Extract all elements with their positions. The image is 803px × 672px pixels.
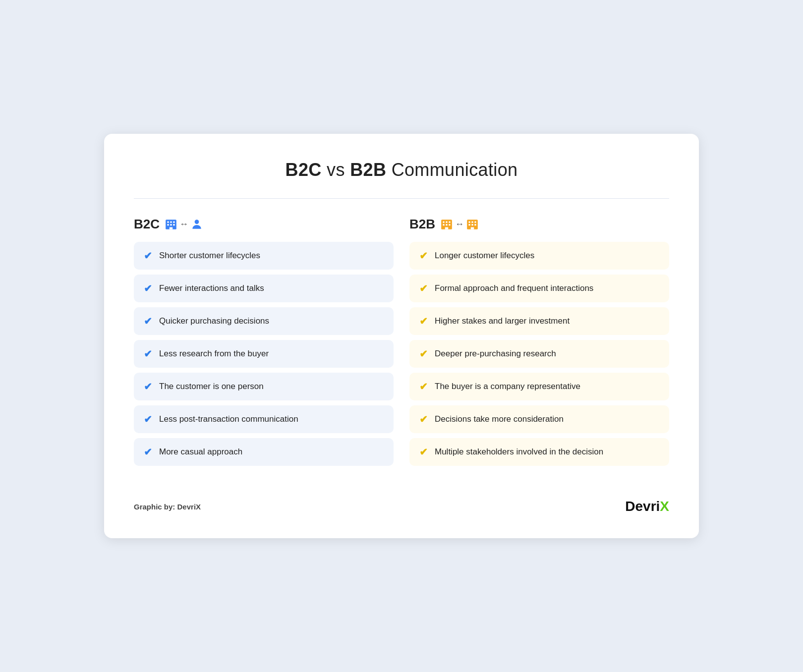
svg-rect-15 bbox=[449, 224, 450, 225]
svg-rect-14 bbox=[446, 224, 447, 225]
main-card: B2C vs B2B Communication B2C bbox=[104, 134, 699, 538]
b2c-label: B2C bbox=[134, 217, 160, 232]
list-item: ✔ Fewer interactions and talks bbox=[134, 275, 394, 302]
checkmark-icon: ✔ bbox=[144, 282, 152, 294]
b2c-arrow-icon: ↔ bbox=[179, 219, 188, 229]
logo-devri-text: Devri bbox=[625, 499, 660, 514]
checkmark-icon: ✔ bbox=[419, 315, 428, 327]
checkmark-icon: ✔ bbox=[144, 381, 152, 392]
svg-rect-10 bbox=[443, 221, 444, 223]
list-item: ✔ The buyer is a company representative bbox=[409, 373, 669, 400]
logo-x-text: X bbox=[660, 499, 669, 514]
list-item: ✔ Multiple stakeholders involved in the … bbox=[409, 438, 669, 466]
svg-rect-6 bbox=[173, 224, 174, 225]
svg-rect-23 bbox=[474, 224, 476, 225]
svg-rect-16 bbox=[445, 227, 449, 229]
svg-rect-20 bbox=[474, 221, 476, 223]
b2b-item-text: Deeper pre-purchasing research bbox=[435, 349, 556, 359]
b2c-item-text: The customer is one person bbox=[159, 382, 264, 392]
svg-rect-22 bbox=[471, 224, 473, 225]
b2b-header: B2B ↔ bbox=[409, 217, 669, 232]
comparison-columns: B2C ↔ bbox=[134, 217, 669, 471]
b2c-item-text: Fewer interactions and talks bbox=[159, 283, 264, 293]
list-item: ✔ Formal approach and frequent interacti… bbox=[409, 275, 669, 302]
b2b-label: B2B bbox=[409, 217, 435, 232]
b2c-column: B2C ↔ bbox=[134, 217, 394, 471]
checkmark-icon: ✔ bbox=[144, 446, 152, 458]
building-blue-icon bbox=[165, 218, 177, 231]
svg-rect-12 bbox=[449, 221, 450, 223]
title-divider bbox=[134, 198, 669, 199]
svg-rect-11 bbox=[446, 221, 447, 223]
graphic-by-text: Graphic by: DevriX bbox=[134, 503, 201, 511]
b2c-item-text: Quicker purchasing decisions bbox=[159, 316, 269, 326]
b2c-list: ✔ Shorter customer lifecycles ✔ Fewer in… bbox=[134, 242, 394, 466]
svg-point-8 bbox=[195, 220, 199, 224]
b2b-item-text: Higher stakes and larger investment bbox=[435, 316, 570, 326]
svg-rect-24 bbox=[471, 227, 474, 229]
list-item: ✔ Shorter customer lifecycles bbox=[134, 242, 394, 270]
graphic-by-name: DevriX bbox=[177, 503, 201, 511]
checkmark-icon: ✔ bbox=[144, 348, 152, 360]
checkmark-icon: ✔ bbox=[419, 348, 428, 360]
b2b-column: B2B ↔ bbox=[409, 217, 669, 471]
b2b-item-text: The buyer is a company representative bbox=[435, 382, 580, 392]
person-blue-icon bbox=[190, 218, 203, 231]
svg-rect-21 bbox=[468, 224, 470, 225]
b2b-item-text: Formal approach and frequent interaction… bbox=[435, 283, 593, 293]
list-item: ✔ Longer customer lifecycles bbox=[409, 242, 669, 270]
b2c-item-text: Shorter customer lifecycles bbox=[159, 251, 260, 261]
checkmark-icon: ✔ bbox=[419, 381, 428, 392]
building-yellow-icon-left bbox=[440, 218, 453, 231]
list-item: ✔ Deeper pre-purchasing research bbox=[409, 340, 669, 368]
communication-text: Communication bbox=[392, 160, 518, 180]
svg-rect-19 bbox=[471, 221, 473, 223]
b2b-title-word: B2B bbox=[350, 160, 386, 180]
checkmark-icon: ✔ bbox=[419, 446, 428, 458]
vs-text: vs bbox=[327, 160, 350, 180]
b2c-item-text: Less research from the buyer bbox=[159, 349, 269, 359]
b2b-item-text: Multiple stakeholders involved in the de… bbox=[435, 447, 603, 457]
b2b-item-text: Longer customer lifecycles bbox=[435, 251, 534, 261]
svg-rect-2 bbox=[170, 221, 172, 223]
devrix-logo: DevriX bbox=[625, 499, 669, 514]
building-yellow-icon-right bbox=[466, 218, 479, 231]
list-item: ✔ Quicker purchasing decisions bbox=[134, 307, 394, 335]
svg-rect-13 bbox=[443, 224, 444, 225]
checkmark-icon: ✔ bbox=[419, 250, 428, 262]
svg-rect-4 bbox=[167, 224, 169, 225]
list-item: ✔ Less post-transaction communication bbox=[134, 405, 394, 433]
checkmark-icon: ✔ bbox=[419, 282, 428, 294]
footer: Graphic by: DevriX DevriX bbox=[134, 493, 669, 514]
list-item: ✔ The customer is one person bbox=[134, 373, 394, 400]
b2c-icons: ↔ bbox=[165, 218, 203, 231]
svg-rect-18 bbox=[468, 221, 470, 223]
svg-rect-1 bbox=[167, 221, 169, 223]
checkmark-icon: ✔ bbox=[144, 413, 152, 425]
list-item: ✔ Higher stakes and larger investment bbox=[409, 307, 669, 335]
checkmark-icon: ✔ bbox=[419, 413, 428, 425]
checkmark-icon: ✔ bbox=[144, 250, 152, 262]
svg-rect-3 bbox=[173, 221, 174, 223]
b2b-arrow-icon: ↔ bbox=[455, 219, 464, 229]
b2b-list: ✔ Longer customer lifecycles ✔ Formal ap… bbox=[409, 242, 669, 466]
b2c-item-text: More casual approach bbox=[159, 447, 242, 457]
b2c-header: B2C ↔ bbox=[134, 217, 394, 232]
b2c-title-word: B2C bbox=[286, 160, 322, 180]
page-title: B2C vs B2B Communication bbox=[134, 160, 669, 180]
list-item: ✔ Decisions take more consideration bbox=[409, 405, 669, 433]
checkmark-icon: ✔ bbox=[144, 315, 152, 327]
b2b-icons: ↔ bbox=[440, 218, 479, 231]
graphic-by-label: Graphic by: bbox=[134, 503, 177, 511]
list-item: ✔ Less research from the buyer bbox=[134, 340, 394, 368]
b2b-item-text: Decisions take more consideration bbox=[435, 414, 564, 424]
svg-rect-7 bbox=[170, 227, 173, 229]
list-item: ✔ More casual approach bbox=[134, 438, 394, 466]
b2c-item-text: Less post-transaction communication bbox=[159, 414, 298, 424]
svg-rect-5 bbox=[170, 224, 172, 225]
